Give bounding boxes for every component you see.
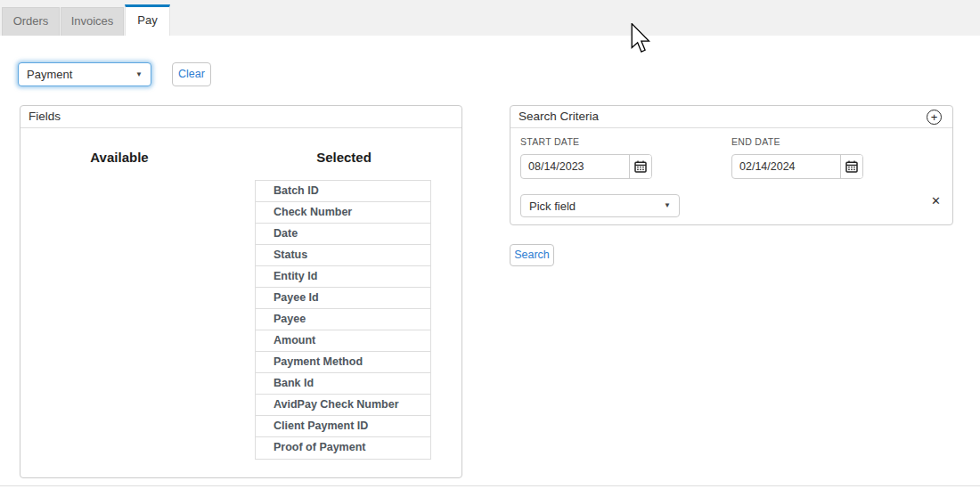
tab-strip: Orders Invoices Pay (0, 0, 980, 36)
list-item[interactable]: Amount (256, 330, 430, 352)
list-item[interactable]: Proof of Payment (256, 437, 430, 459)
list-item[interactable]: Batch ID (256, 181, 430, 202)
fields-panel: Fields Available Selected Batch ID Check… (20, 105, 462, 478)
selected-column-heading: Selected (282, 150, 406, 165)
end-date-label: END DATE (731, 136, 780, 147)
list-item[interactable]: Status (256, 245, 430, 266)
tab-pay[interactable]: Pay (125, 4, 170, 36)
search-criteria-title: Search Criteria + (510, 106, 952, 128)
list-item[interactable]: Payee (256, 309, 430, 330)
start-date-label: START DATE (520, 136, 579, 147)
calendar-icon[interactable] (629, 155, 651, 178)
pick-field-select-value: Pick field (529, 200, 576, 213)
remove-criteria-x-icon[interactable]: ✕ (931, 194, 941, 208)
list-item[interactable]: Client Payment ID (256, 416, 430, 437)
tab-invoices[interactable]: Invoices (61, 7, 124, 36)
fields-panel-title: Fields (20, 106, 461, 128)
list-item[interactable]: Entity Id (256, 266, 430, 288)
caret-down-icon: ▼ (664, 202, 671, 209)
search-criteria-panel: Search Criteria + START DATE END DATE (510, 105, 953, 225)
end-date-input[interactable] (732, 155, 840, 178)
payment-type-select[interactable]: Payment ▼ (18, 62, 151, 86)
list-item[interactable]: AvidPay Check Number (256, 395, 430, 416)
bottom-divider (0, 485, 980, 486)
list-item[interactable]: Payee Id (256, 288, 430, 309)
search-button[interactable]: Search (510, 244, 554, 266)
caret-down-icon: ▼ (135, 71, 143, 78)
clear-button[interactable]: Clear (172, 62, 211, 86)
selected-fields-list: Batch ID Check Number Date Status Entity… (255, 180, 431, 460)
start-date-picker (520, 154, 652, 179)
calendar-icon[interactable] (840, 155, 862, 178)
payment-type-select-value: Payment (27, 68, 72, 81)
circle-plus-icon[interactable]: + (927, 110, 942, 125)
list-item[interactable]: Bank Id (256, 373, 430, 395)
search-criteria-title-text: Search Criteria (519, 110, 599, 123)
available-column-heading: Available (57, 150, 182, 165)
start-date-input[interactable] (521, 155, 629, 178)
tab-orders[interactable]: Orders (2, 7, 60, 36)
end-date-picker (731, 154, 863, 179)
list-item[interactable]: Check Number (256, 202, 430, 224)
list-item[interactable]: Date (256, 224, 430, 245)
list-item[interactable]: Payment Method (256, 352, 430, 373)
pick-field-select[interactable]: Pick field ▼ (520, 194, 680, 217)
